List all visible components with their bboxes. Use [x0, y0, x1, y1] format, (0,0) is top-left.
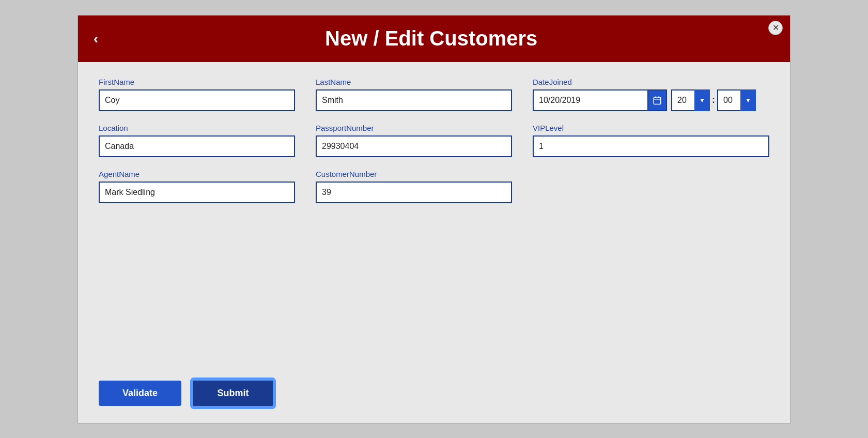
datejoined-input[interactable]	[533, 89, 648, 111]
lastname-group: LastName	[316, 78, 512, 111]
firstname-group: FirstName	[99, 78, 295, 111]
header: ‹ New / Edit Customers	[78, 16, 790, 62]
lastname-input[interactable]	[316, 89, 512, 111]
datejoined-label: DateJoined	[533, 78, 756, 86]
datejoined-group: DateJoined 20	[533, 78, 756, 111]
agentname-group: AgentName	[99, 170, 295, 203]
customernumber-label: CustomerNumber	[316, 170, 512, 178]
close-button[interactable]: ✕	[768, 21, 783, 35]
svg-rect-0	[654, 97, 661, 104]
hour-select[interactable]: 20	[671, 89, 710, 111]
main-window: ✕ ‹ New / Edit Customers FirstName LastN…	[78, 15, 791, 424]
viplevel-group: VIPLevel	[533, 124, 769, 157]
calendar-icon	[653, 96, 662, 105]
submit-button[interactable]: Submit	[192, 379, 274, 407]
calendar-button[interactable]	[648, 89, 667, 111]
location-input[interactable]	[99, 135, 295, 157]
agentname-input[interactable]	[99, 182, 295, 203]
location-label: Location	[99, 124, 295, 132]
customernumber-group: CustomerNumber	[316, 170, 512, 203]
viplevel-input[interactable]	[533, 135, 769, 157]
date-input-row: 20 ▼ : 00 ▼	[533, 89, 756, 111]
back-button[interactable]: ‹	[94, 32, 98, 46]
passport-input[interactable]	[316, 135, 512, 157]
form-area: FirstName LastName DateJoined	[78, 62, 790, 369]
validate-button[interactable]: Validate	[99, 381, 181, 406]
minute-select[interactable]: 00	[717, 89, 756, 111]
colon-separator: :	[712, 95, 715, 105]
customernumber-input[interactable]	[316, 182, 512, 203]
minute-select-wrapper: 00 ▼	[717, 89, 756, 111]
lastname-label: LastName	[316, 78, 512, 86]
form-row-2: Location PassportNumber VIPLevel	[99, 124, 769, 157]
form-row-1: FirstName LastName DateJoined	[99, 78, 769, 111]
location-group: Location	[99, 124, 295, 157]
agentname-label: AgentName	[99, 170, 295, 178]
passport-label: PassportNumber	[316, 124, 512, 132]
firstname-input[interactable]	[99, 89, 295, 111]
form-row-3: AgentName CustomerNumber	[99, 170, 769, 203]
firstname-label: FirstName	[99, 78, 295, 86]
footer: Validate Submit	[78, 369, 790, 423]
passport-group: PassportNumber	[316, 124, 512, 157]
hour-select-wrapper: 20 ▼	[671, 89, 710, 111]
viplevel-label: VIPLevel	[533, 124, 769, 132]
page-title: New / Edit Customers	[109, 27, 754, 50]
